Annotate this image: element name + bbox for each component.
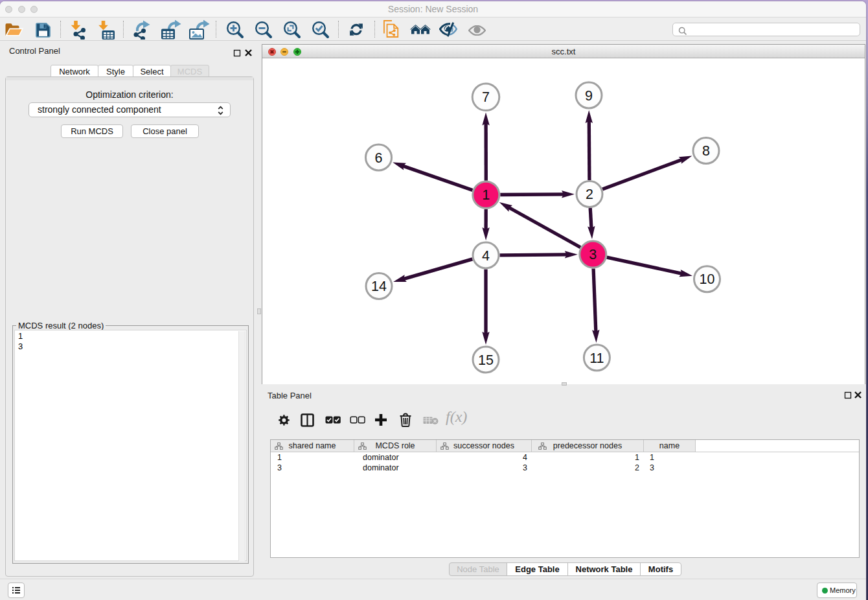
svg-text:2: 2 — [586, 187, 593, 202]
svg-text:4: 4 — [482, 248, 490, 264]
svg-text:7: 7 — [482, 89, 490, 105]
svg-text:3: 3 — [589, 247, 597, 262]
svg-text:10: 10 — [700, 271, 715, 287]
svg-text:11: 11 — [589, 351, 604, 366]
svg-text:9: 9 — [585, 88, 593, 104]
svg-text:6: 6 — [375, 150, 383, 166]
svg-text:15: 15 — [478, 352, 494, 368]
svg-text:1: 1 — [482, 187, 490, 203]
svg-text:8: 8 — [702, 143, 710, 159]
svg-text:14: 14 — [371, 279, 387, 294]
